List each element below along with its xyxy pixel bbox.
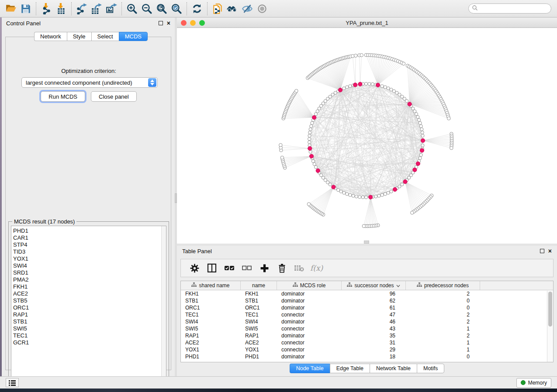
table-scrollbar[interactable] [547, 291, 553, 362]
network-canvas[interactable] [177, 28, 557, 244]
table-panel-title: Table Panel [182, 248, 212, 254]
table-row[interactable]: ACE2ACE2connector311 [181, 339, 553, 346]
export-image-icon[interactable] [104, 2, 119, 15]
task-history-button[interactable] [6, 378, 19, 387]
export-network-icon[interactable] [74, 2, 89, 15]
create-column-icon[interactable] [256, 261, 272, 275]
open-file-icon[interactable] [3, 2, 18, 15]
mcds-hub-node[interactable] [420, 148, 424, 152]
mcds-hub-node[interactable] [316, 168, 320, 172]
cell-successor-nodes: 18 [342, 353, 406, 360]
mcds-hub-node[interactable] [376, 83, 380, 87]
export-table-icon[interactable] [89, 2, 104, 15]
float-table-panel-icon[interactable] [540, 249, 544, 253]
import-table-icon[interactable] [54, 2, 69, 15]
search-box[interactable] [468, 3, 551, 14]
optimization-criterion-select[interactable]: largest connected component (undirected) [21, 77, 158, 88]
close-table-panel-icon[interactable]: × [548, 249, 552, 253]
table-row[interactable]: TEC1TEC1connector472 [181, 311, 553, 318]
mcds-hub-node[interactable] [416, 162, 420, 165]
tab-style[interactable]: Style [67, 32, 91, 41]
table-row[interactable]: YOX1YOX1connector291 [181, 346, 553, 353]
tab-motifs[interactable]: Motifs [417, 364, 444, 373]
table-row[interactable]: SWI4SWI4dominator462 [181, 318, 553, 325]
result-list-item[interactable]: STB5 [13, 297, 166, 304]
result-list-item[interactable]: ORC1 [13, 304, 166, 311]
canvas-splitter-handle[interactable] [364, 241, 369, 244]
zoom-in-icon[interactable] [125, 2, 139, 15]
column-header-predecessor-nodes[interactable]: predecessor nodes [406, 281, 480, 290]
result-list-item[interactable]: CAR1 [13, 234, 166, 241]
hide-panels-icon[interactable] [240, 2, 255, 15]
mcds-hub-node[interactable] [421, 138, 425, 142]
zoom-out-icon[interactable] [139, 2, 154, 15]
mcds-hub-node[interactable] [353, 83, 357, 87]
search-input[interactable] [478, 6, 543, 12]
result-list-item[interactable]: STP4 [13, 241, 166, 248]
table-row[interactable]: ORC1ORC1dominator610 [181, 304, 553, 311]
result-list-item[interactable]: GCR1 [13, 339, 166, 346]
result-list-item[interactable]: RAP1 [13, 311, 166, 318]
mcds-hub-node[interactable] [413, 168, 417, 172]
table-scrollbar-thumb[interactable] [548, 292, 552, 327]
network-window-titlebar[interactable]: YPA_prune.txt_1 [177, 18, 557, 28]
table-row[interactable]: RAP1RAP1dominator352 [181, 332, 553, 339]
close-panel-icon[interactable]: × [167, 21, 170, 25]
mcds-hub-node[interactable] [369, 195, 373, 199]
memory-button[interactable]: Memory [516, 378, 551, 388]
save-session-icon[interactable] [18, 2, 33, 15]
result-list-item[interactable]: ACE2 [13, 290, 166, 297]
run-mcds-button[interactable]: Run MCDS [41, 91, 85, 102]
result-list-item[interactable]: PMA2 [13, 276, 166, 283]
zoom-selected-icon[interactable] [169, 2, 184, 15]
result-list-item[interactable]: FKH1 [13, 283, 166, 290]
result-list-scrollbar[interactable] [161, 226, 166, 379]
result-list-item[interactable]: SWI4 [13, 262, 166, 269]
result-list-item[interactable]: PHD1 [13, 227, 166, 234]
mcds-hub-node[interactable] [309, 154, 313, 158]
zoom-fit-icon[interactable] [154, 2, 169, 15]
column-header-name[interactable]: name [241, 281, 277, 290]
mcds-hub-node[interactable] [308, 147, 312, 151]
refresh-icon[interactable] [190, 2, 204, 15]
mcds-hub-node[interactable] [408, 102, 412, 106]
import-network-icon[interactable] [39, 2, 54, 15]
mcds-hub-node[interactable] [312, 116, 316, 120]
result-list-item[interactable]: SRD1 [13, 269, 166, 276]
network-graph[interactable] [177, 28, 557, 244]
mcds-hub-node[interactable] [338, 88, 342, 92]
result-list-item[interactable]: YOX1 [13, 255, 166, 262]
mcds-hub-node[interactable] [403, 180, 407, 184]
tab-edge-table[interactable]: Edge Table [330, 364, 370, 373]
show-columns-icon[interactable] [204, 261, 220, 275]
delete-column-icon[interactable] [274, 261, 290, 275]
tab-node-table[interactable]: Node Table [290, 364, 330, 373]
float-panel-icon[interactable] [159, 21, 163, 25]
table-row[interactable]: FKH1FKH1dominator962 [181, 290, 553, 297]
mcds-result-list[interactable]: PHD1CAR1STP4TID3YOX1SWI4SRD1PMA2FKH1ACE2… [11, 226, 166, 379]
close-panel-button[interactable]: Close panel [91, 91, 137, 102]
table-row[interactable]: SWI5SWI5connector431 [181, 325, 553, 332]
tab-select[interactable]: Select [91, 32, 119, 41]
result-list-item[interactable]: TEC1 [13, 332, 166, 339]
mcds-hub-node[interactable] [358, 82, 362, 86]
share-document-icon[interactable] [210, 2, 225, 15]
column-header-MCDS-role[interactable]: MCDS role [277, 281, 342, 290]
result-list-item[interactable]: STB1 [13, 318, 166, 325]
mcds-hub-node[interactable] [393, 187, 397, 191]
tab-network-table[interactable]: Network Table [370, 364, 417, 373]
table-row[interactable]: STB1STB1dominator620 [181, 297, 553, 304]
table-row[interactable]: PHD1PHD1dominator180 [181, 353, 553, 360]
tab-mcds[interactable]: MCDS [119, 32, 148, 41]
search-network-icon[interactable] [225, 2, 240, 15]
result-list-item[interactable]: SWI5 [13, 325, 166, 332]
result-list-item[interactable]: TID3 [13, 248, 166, 255]
deselect-all-rows-icon[interactable] [239, 261, 255, 275]
settings-gear-icon[interactable] [187, 261, 202, 275]
cell-shared-name: PHD1 [181, 353, 241, 360]
column-header-successor-nodes[interactable]: successor nodes [342, 281, 406, 290]
select-all-rows-icon[interactable] [221, 261, 237, 275]
tab-network[interactable]: Network [34, 32, 67, 41]
column-header-shared-name[interactable]: shared name [181, 281, 241, 290]
mcds-hub-node[interactable] [332, 185, 336, 189]
